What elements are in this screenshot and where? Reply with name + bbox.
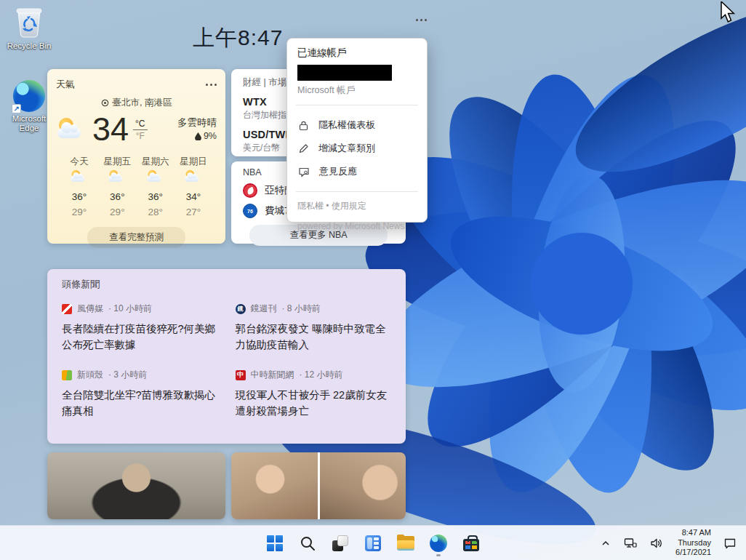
- volume-tray-button[interactable]: [645, 533, 668, 553]
- current-temperature: 34: [92, 111, 129, 148]
- news-article[interactable]: 新頭殼 · 3 小時前 全台陪雙北坐牢?苗博雅致歉揭心痛真相: [62, 369, 218, 419]
- mouse-cursor: [720, 1, 736, 23]
- forecast-day: 星期日 34° 27°: [175, 156, 212, 217]
- article-headline[interactable]: 全台陪雙北坐牢?苗博雅致歉揭心痛真相: [62, 387, 218, 419]
- article-source: 中時新聞網: [251, 369, 294, 381]
- divider: [296, 105, 418, 105]
- weather-condition: 多雲時晴: [177, 116, 217, 129]
- news-section-title: 頭條新聞: [62, 278, 391, 291]
- divider: [296, 191, 418, 192]
- news-widget: 頭條新聞 風傳媒 · 10 小時前 長者陸續在打疫苗後猝死?何美鄉公布死亡率數據…: [47, 269, 406, 444]
- article-image[interactable]: [47, 452, 225, 519]
- article-source: 鏡週刊: [251, 303, 277, 315]
- source-logo-icon: [62, 370, 72, 380]
- tray-date: 6/17/2021: [675, 548, 711, 558]
- article-time: · 8 小時前: [282, 303, 321, 315]
- see-full-forecast-button[interactable]: 查看完整預測: [87, 227, 185, 248]
- article-time: · 3 小時前: [108, 369, 147, 381]
- article-headline[interactable]: 郭台銘深夜發文 曝陳時中致電全力協助疫苗輸入: [236, 321, 392, 353]
- tray-clock[interactable]: 8:47 AM Thursday 6/17/2021: [671, 528, 715, 558]
- forecast-day: 今天 36° 29°: [60, 156, 98, 217]
- privacy-terms-link[interactable]: 隱私權 • 使用規定: [297, 200, 417, 212]
- recycle-bin-icon: [12, 4, 46, 39]
- feedback-icon: [298, 167, 310, 177]
- forecast-day: 星期六 36° 28°: [137, 156, 175, 217]
- sun-cloud-icon: [70, 170, 89, 184]
- widgets-icon: [365, 535, 381, 551]
- store-icon: [463, 539, 479, 551]
- tray-day: Thursday: [675, 538, 711, 548]
- source-logo-icon: [62, 304, 72, 314]
- celsius-label[interactable]: °C: [133, 119, 147, 130]
- redacted-account-name: [297, 65, 392, 81]
- news-article[interactable]: 中 中時新聞網 · 12 小時前 現役軍人不甘被分手 22歲前女友遭射殺當場身亡: [236, 369, 392, 419]
- network-tray-button[interactable]: [619, 533, 642, 553]
- start-button[interactable]: [260, 529, 289, 558]
- forecast-day: 星期五 36° 29°: [98, 156, 136, 217]
- desktop-icon-label: Recycle Bin: [7, 41, 52, 51]
- search-button[interactable]: [293, 529, 322, 558]
- article-source: 新頭殼: [77, 369, 103, 381]
- sixers-logo-icon: 76: [243, 204, 257, 218]
- taskbar: 8:47 AM Thursday 6/17/2021: [0, 525, 746, 560]
- sun-cloud-icon: [56, 118, 88, 141]
- fahrenheit-label[interactable]: °F: [136, 130, 145, 141]
- source-logo-icon: 鏡: [236, 304, 246, 314]
- connected-account-label: 已連線帳戶: [297, 47, 417, 60]
- task-view-icon: [332, 535, 348, 551]
- article-headline[interactable]: 現役軍人不甘被分手 22歲前女友遭射殺當場身亡: [236, 387, 392, 419]
- unit-toggle[interactable]: °C °F: [133, 119, 147, 141]
- edge-button[interactable]: [424, 529, 453, 558]
- desktop: Recycle Bin Microsoft Edge 上午8:47 天氣 臺北市…: [0, 0, 746, 560]
- chevron-up-icon: [601, 538, 611, 548]
- weather-more-icon[interactable]: [206, 84, 217, 86]
- weather-title: 天氣: [56, 78, 75, 91]
- search-icon: [300, 535, 316, 551]
- menu-item-privacy-dashboard[interactable]: 隱私權儀表板: [297, 113, 417, 137]
- lock-icon: [298, 120, 309, 131]
- article-time: · 10 小時前: [108, 303, 152, 315]
- account-type-label: Microsoft 帳戶: [297, 84, 417, 97]
- notifications-icon: [723, 537, 737, 549]
- volume-icon: [650, 537, 663, 549]
- location-pin-icon: [101, 99, 109, 107]
- account-menu: 已連線帳戶 Microsoft 帳戶 隱私權儀表板 增減文章類別 意見反應 隱私…: [286, 38, 428, 223]
- droplet-icon: [195, 132, 201, 140]
- news-article[interactable]: 鏡 鏡週刊 · 8 小時前 郭台銘深夜發文 曝陳時中致電全力協助疫苗輸入: [236, 303, 392, 353]
- weather-location: 臺北市, 南港區: [113, 97, 172, 109]
- hawks-logo-icon: [243, 183, 257, 198]
- file-explorer-button[interactable]: [391, 529, 420, 558]
- widgets-clock: 上午8:47: [193, 23, 283, 53]
- article-source: 風傳媒: [77, 303, 103, 315]
- sun-cloud-icon: [184, 170, 203, 184]
- running-indicator: [436, 554, 441, 556]
- powered-by-label: powered by Microsoft News: [297, 221, 417, 231]
- article-image[interactable]: [318, 452, 406, 519]
- store-button[interactable]: [457, 529, 486, 558]
- sun-cloud-icon: [146, 170, 165, 184]
- sun-cloud-icon: [108, 170, 127, 184]
- menu-item-edit-interests[interactable]: 增減文章類別: [297, 137, 417, 160]
- start-icon: [267, 535, 283, 551]
- article-time: · 12 小時前: [300, 369, 343, 381]
- article-image[interactable]: [231, 452, 318, 519]
- tray-chevron-button[interactable]: [595, 534, 616, 553]
- notifications-button[interactable]: [718, 533, 742, 553]
- network-icon: [624, 537, 637, 549]
- news-article[interactable]: 風傳媒 · 10 小時前 長者陸續在打疫苗後猝死?何美鄉公布死亡率數據: [62, 303, 218, 353]
- pencil-icon: [298, 143, 309, 154]
- edge-icon: [430, 535, 447, 552]
- file-explorer-icon: [397, 536, 414, 551]
- tray-time: 8:47 AM: [675, 528, 711, 538]
- shortcut-arrow-icon: [12, 104, 21, 113]
- widgets-button[interactable]: [358, 529, 388, 558]
- precipitation-value: 9%: [204, 129, 217, 143]
- edge-icon: [13, 80, 45, 112]
- article-headline[interactable]: 長者陸續在打疫苗後猝死?何美鄉公布死亡率數據: [62, 321, 218, 353]
- desktop-icon-recycle-bin[interactable]: Recycle Bin: [1, 4, 57, 51]
- task-view-button[interactable]: [326, 529, 355, 558]
- menu-item-feedback[interactable]: 意見反應: [297, 160, 417, 183]
- article-image-pair[interactable]: [231, 452, 406, 519]
- weather-widget[interactable]: 天氣 臺北市, 南港區 34 °C °F 多雲時晴: [47, 69, 225, 244]
- widgets-more-icon[interactable]: [416, 19, 427, 21]
